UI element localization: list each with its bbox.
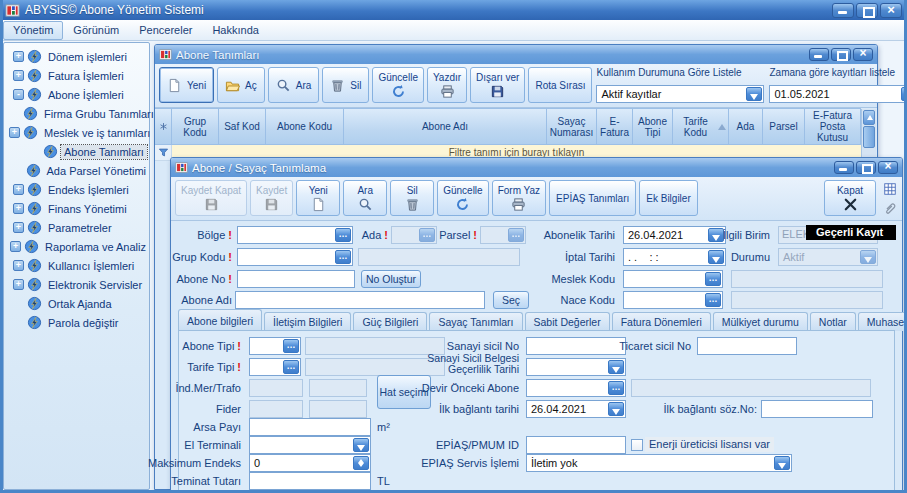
print-button[interactable]: Yazdır bbox=[427, 67, 467, 103]
ellipsis-lookup-icon[interactable] bbox=[705, 293, 721, 307]
tab-iletisim-bilgileri[interactable]: İletişim Bilgileri bbox=[264, 312, 351, 331]
column-header-abone-adi[interactable]: Abone Adı bbox=[344, 109, 547, 145]
tree-item-ada-parsel-yonetimi[interactable]: Ada Parsel Yönetimi bbox=[6, 161, 149, 180]
tree-item-donem-islemleri[interactable]: +Dönem işlemleri bbox=[6, 47, 149, 66]
search-button[interactable]: Ara bbox=[343, 180, 387, 216]
column-header-ada[interactable]: Ada bbox=[729, 109, 763, 145]
devir-onceki-abone-combo[interactable] bbox=[526, 379, 626, 397]
save-button[interactable]: Kaydet bbox=[250, 180, 293, 216]
tree-item-endeks-islemleri[interactable]: +Endeks İşlemleri bbox=[6, 180, 149, 199]
ellipsis-lookup-icon[interactable] bbox=[335, 250, 351, 264]
no-olustur-button[interactable]: No Oluştur bbox=[361, 270, 421, 288]
ellipsis-lookup-icon[interactable] bbox=[419, 228, 435, 242]
ellipsis-lookup-icon[interactable] bbox=[283, 339, 299, 353]
column-header-e-fatura[interactable]: E-Fatura bbox=[597, 109, 633, 145]
bolge-combo[interactable] bbox=[237, 226, 353, 244]
column-header-saf-kod[interactable]: Saf Kod bbox=[219, 109, 266, 145]
column-header-tarife-kodu[interactable]: Tarife Kodu bbox=[673, 109, 729, 145]
menu-yonetim[interactable]: Yönetim bbox=[3, 21, 63, 40]
ellipsis-lookup-icon[interactable] bbox=[283, 360, 299, 374]
win2-minimize-button[interactable] bbox=[834, 161, 854, 174]
delete-button[interactable]: Sil bbox=[322, 67, 369, 103]
expand-plus-icon[interactable]: + bbox=[10, 241, 21, 252]
sanayi-belgesi-tarihi-combo[interactable] bbox=[526, 358, 626, 376]
chevron-down-icon[interactable] bbox=[746, 87, 762, 101]
tarife-tipi-combo[interactable] bbox=[249, 358, 301, 376]
abone-tipi-combo[interactable] bbox=[249, 337, 301, 355]
tab-notlar[interactable]: Notlar bbox=[810, 312, 856, 331]
new-button[interactable]: Yeni bbox=[296, 180, 340, 216]
epias-tanimlari-button[interactable]: EPİAŞ Tanımları bbox=[549, 180, 636, 216]
arsa-payi-input[interactable] bbox=[249, 418, 371, 436]
win2-kapat-button[interactable]: Kapat bbox=[824, 180, 876, 216]
ellipsis-lookup-icon[interactable] bbox=[608, 381, 624, 395]
tree-item-abone-tanimlari[interactable]: Abone Tanımları bbox=[6, 142, 149, 161]
chevron-down-icon[interactable] bbox=[608, 360, 624, 374]
expand-plus-icon[interactable]: + bbox=[13, 70, 24, 81]
tree-item-raporlama-ve-analiz[interactable]: +Raporlama ve Analiz bbox=[6, 237, 149, 256]
tree-item-kullanici-islemleri[interactable]: +Kullanıcı İşlemleri bbox=[6, 256, 149, 275]
el-terminali-combo[interactable] bbox=[249, 436, 371, 454]
chevron-down-icon[interactable] bbox=[608, 402, 624, 416]
tab-guc-bilgileri[interactable]: Güç Bilgileri bbox=[353, 312, 427, 331]
abone-no-input[interactable] bbox=[237, 270, 355, 288]
column-header-sayac-numarasi[interactable]: Sayaç Numarası bbox=[547, 109, 597, 145]
ilk-baglanti-soz-no-input[interactable] bbox=[761, 400, 873, 418]
ticaret-sicil-input[interactable] bbox=[697, 337, 797, 355]
win2-maximize-button[interactable] bbox=[856, 161, 876, 174]
win1-close-button[interactable] bbox=[853, 48, 873, 61]
refresh-button[interactable]: Güncelle bbox=[372, 67, 423, 103]
form-print-button[interactable]: Form Yaz bbox=[492, 180, 546, 216]
menu-hakkinda[interactable]: Hakkında bbox=[202, 21, 268, 40]
durumu-combo[interactable]: Aktif bbox=[778, 248, 878, 266]
enerji-lisansi-checkbox[interactable] bbox=[631, 439, 643, 451]
column-header-abone-kodu[interactable]: Abone Kodu bbox=[266, 109, 344, 145]
maximize-button[interactable] bbox=[856, 3, 878, 18]
teminat-tutari-input[interactable] bbox=[249, 472, 371, 490]
refresh-button[interactable]: Güncelle bbox=[437, 180, 488, 216]
tab-sayac-tanimlari[interactable]: Sayaç Tanımları bbox=[429, 312, 522, 331]
spinner-up-down-icon[interactable] bbox=[353, 456, 369, 470]
grid-view-icon[interactable] bbox=[883, 182, 897, 196]
ilk-baglanti-tarihi-combo[interactable]: 26.04.2021 bbox=[526, 400, 626, 418]
nace-kodu-combo[interactable] bbox=[623, 291, 723, 309]
win2-close-button[interactable] bbox=[878, 161, 898, 174]
chevron-down-icon[interactable] bbox=[860, 250, 876, 264]
tree-item-meslek-ve-is-tanimlari[interactable]: +Meslek ve iş tanımları bbox=[6, 123, 149, 142]
tree-item-abone-islemleri[interactable]: -Abone İşlemleri bbox=[6, 85, 149, 104]
tree-item-ortak-ajanda[interactable]: Ortak Ajanda bbox=[6, 294, 149, 313]
ek-bilgiler-button[interactable]: Ek Bilgiler bbox=[639, 180, 697, 216]
ellipsis-lookup-icon[interactable] bbox=[335, 228, 351, 242]
column-header-e-fatura-posta-kutusu[interactable]: E-Fatura Posta Kutusu bbox=[805, 109, 861, 145]
date-filter-combo[interactable]: 01.05.2021 bbox=[769, 85, 907, 103]
expand-plus-icon[interactable]: + bbox=[13, 279, 24, 290]
column-header-abone-tipi[interactable]: Abone Tipi bbox=[633, 109, 673, 145]
tab-abone-bilgileri[interactable]: Abone bilgileri bbox=[178, 309, 262, 331]
menu-pencereler[interactable]: Pencereler bbox=[129, 21, 202, 40]
menu-gorunum[interactable]: Görünüm bbox=[63, 21, 129, 40]
scrollbar-thumb[interactable] bbox=[863, 126, 875, 148]
column-header-grup-kodu[interactable]: Grup Kodu bbox=[172, 109, 219, 145]
maksimum-endeks-spinner[interactable]: 0 bbox=[249, 454, 371, 472]
epias-servis-islemi-combo[interactable]: İletim yok bbox=[526, 454, 792, 472]
win1-minimize-button[interactable] bbox=[809, 48, 829, 61]
scroll-up-icon[interactable] bbox=[863, 110, 875, 125]
close-button[interactable] bbox=[880, 3, 902, 18]
expand-plus-icon[interactable]: + bbox=[9, 127, 20, 138]
search-button[interactable]: Ara bbox=[268, 67, 320, 103]
sanayi-sicil-input[interactable] bbox=[526, 337, 626, 355]
tree-item-fatura-islemleri[interactable]: +Fatura İşlemleri bbox=[6, 66, 149, 85]
tree-item-firma-grubu-tanimlari[interactable]: Firma Grubu Tanımları bbox=[6, 104, 149, 123]
expand-plus-icon[interactable]: + bbox=[13, 260, 24, 271]
meslek-kodu-combo[interactable] bbox=[623, 270, 723, 288]
paperclip-icon[interactable] bbox=[883, 202, 897, 216]
tab-muhasebe-kodlari[interactable]: Muhasebe Kodları bbox=[858, 312, 907, 331]
tab-mulkiyet-durumu[interactable]: Mülkiyet durumu bbox=[713, 312, 808, 331]
tree-item-finans-yonetimi[interactable]: +Finans Yönetimi bbox=[6, 199, 149, 218]
tree-item-parametreler[interactable]: +Parametreler bbox=[6, 218, 149, 237]
chevron-down-icon[interactable] bbox=[901, 87, 907, 101]
tree-item-elektronik-servisler[interactable]: +Elektronik Servisler bbox=[6, 275, 149, 294]
tab-fatura-donemleri[interactable]: Fatura Dönemleri bbox=[612, 312, 711, 331]
expand-plus-icon[interactable]: + bbox=[13, 222, 24, 233]
ellipsis-lookup-icon[interactable] bbox=[705, 272, 721, 286]
